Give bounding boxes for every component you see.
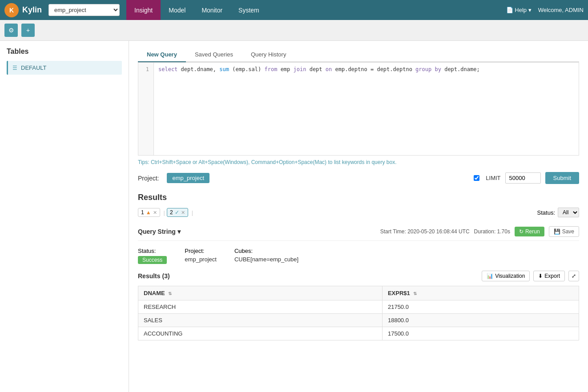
- sidebar-item-label: DEFAULT: [21, 64, 47, 71]
- sql-keyword-by: by: [435, 66, 441, 72]
- share-button[interactable]: ⚙: [4, 24, 18, 37]
- nav-monitor[interactable]: Monitor: [193, 0, 230, 20]
- project-group: Project: emp_project: [185, 248, 217, 264]
- cell-expr1: 18800.0: [382, 314, 579, 327]
- cell-dname: RESEARCH: [138, 300, 383, 314]
- result-tab-1-close[interactable]: ✕: [153, 210, 157, 216]
- help-link[interactable]: 📄 Help ▾: [506, 7, 532, 13]
- sql-text-4: dept: [310, 66, 326, 72]
- table-row: ACCOUNTING17500.0: [138, 327, 579, 340]
- results-action-buttons: 📊 Visualization ⬇ Export ⤢: [482, 271, 579, 281]
- nav-right: 📄 Help ▾ Welcome, ADMIN: [506, 7, 584, 13]
- sidebar: Tables ☰ DEFAULT: [0, 41, 129, 392]
- col-header-dname[interactable]: DNAME ⇅: [138, 286, 383, 300]
- expand-button[interactable]: ⤢: [568, 271, 579, 281]
- sql-keyword-select: select: [158, 66, 177, 72]
- sql-keyword-from: from: [264, 66, 277, 72]
- logo-area: K Kylin: [4, 3, 42, 17]
- table-icon: ☰: [12, 65, 17, 71]
- cubes-group: Cubes: CUBE[name=emp_cube]: [234, 248, 298, 264]
- sql-text-5: emp.deptno = dept.deptno: [335, 66, 415, 72]
- table-container: DNAME ⇅ EXPR$1 ⇅ RESEARCH21750.0SALES188…: [138, 286, 579, 340]
- tab-new-query[interactable]: New Query: [138, 48, 186, 62]
- sql-text-1: dept.dname,: [181, 66, 216, 72]
- limit-checkbox[interactable]: [474, 175, 479, 181]
- status-badge: Success: [138, 256, 167, 264]
- results-title: Results: [138, 193, 579, 202]
- result-tabs-row: 1 ▲ ✕ | 2 ✓ ✕ | Status: All: [138, 208, 579, 217]
- status-filter: Status: All: [537, 208, 579, 217]
- kylin-logo: K: [4, 3, 19, 17]
- sort-icon-dname: ⇅: [168, 291, 172, 296]
- project-field-label: Project:: [185, 248, 217, 254]
- app-title: Kylin: [22, 5, 42, 15]
- table-row: SALES18800.0: [138, 314, 579, 327]
- sql-text-3: emp: [281, 66, 294, 72]
- table-row: RESEARCH21750.0: [138, 300, 579, 314]
- line-number-1: 1: [143, 66, 149, 72]
- project-right: LIMIT Submit: [474, 172, 579, 184]
- result-info: Status: Success Project: emp_project Cub…: [138, 248, 579, 264]
- sidebar-title: Tables: [7, 48, 122, 56]
- save-button[interactable]: 💾 Save: [549, 226, 579, 237]
- warning-icon: ▲: [146, 209, 151, 216]
- status-select[interactable]: All: [558, 208, 579, 217]
- expand-icon: ⤢: [572, 273, 576, 279]
- query-tabs: New Query Saved Queries Query History: [138, 48, 579, 62]
- cubes-value: CUBE[name=emp_cube]: [234, 256, 298, 263]
- project-badge: emp_project: [167, 173, 209, 183]
- result-tab-1[interactable]: 1 ▲ ✕: [138, 208, 160, 217]
- sql-function-sum: sum: [219, 66, 229, 72]
- visualization-button[interactable]: 📊 Visualization: [482, 271, 530, 281]
- submit-button[interactable]: Submit: [545, 172, 579, 184]
- success-icon: ✓: [175, 209, 179, 216]
- refresh-icon: ↻: [519, 228, 524, 235]
- main-content: Tables ☰ DEFAULT New Query Saved Queries…: [0, 41, 588, 392]
- col-header-expr1[interactable]: EXPR$1 ⇅: [382, 286, 579, 300]
- results-count-label: Results (3): [138, 272, 170, 280]
- welcome-label: Welcome, ADMIN: [538, 7, 584, 13]
- status-field-label: Status:: [138, 248, 167, 254]
- nav-links: Insight Model Monitor System: [126, 0, 267, 20]
- cubes-label: Cubes:: [234, 248, 298, 254]
- results-count-row: Results (3) 📊 Visualization ⬇ Export ⤢: [138, 271, 579, 281]
- code-editor[interactable]: 1 select dept.dname, sum (emp.sal) from …: [138, 62, 579, 156]
- tab-divider-1: |: [164, 209, 165, 216]
- sql-text-7: dept.dname;: [444, 66, 479, 72]
- code-content[interactable]: select dept.dname, sum (emp.sal) from em…: [154, 63, 579, 155]
- cell-dname: ACCOUNTING: [138, 327, 383, 340]
- tab-saved-queries[interactable]: Saved Queries: [186, 48, 242, 62]
- nav-system[interactable]: System: [230, 0, 267, 20]
- sidebar-item-default[interactable]: ☰ DEFAULT: [7, 61, 122, 75]
- top-nav: K Kylin emp_project learn_kylin Insight …: [0, 0, 588, 20]
- query-string-label[interactable]: Query String ▾: [138, 228, 181, 235]
- add-button[interactable]: +: [21, 24, 35, 37]
- result-tab-2[interactable]: 2 ✓ ✕: [167, 208, 188, 217]
- query-string-right: Start Time: 2020-05-20 16:08:44 UTC Dura…: [380, 226, 579, 237]
- sql-keyword-join: join: [294, 66, 306, 72]
- tab-query-history[interactable]: Query History: [242, 48, 295, 62]
- line-numbers: 1: [138, 63, 154, 155]
- results-table: DNAME ⇅ EXPR$1 ⇅ RESEARCH21750.0SALES188…: [138, 286, 579, 340]
- chevron-down-icon: ▾: [177, 228, 181, 235]
- query-area: New Query Saved Queries Query History 1 …: [129, 41, 588, 392]
- rerun-button[interactable]: ↻ Rerun: [515, 227, 544, 236]
- cell-expr1: 17500.0: [382, 327, 579, 340]
- result-tab-1-label: 1: [141, 209, 144, 216]
- limit-input[interactable]: [505, 172, 541, 184]
- sql-keyword-group: group: [415, 66, 431, 72]
- project-field-value: emp_project: [185, 256, 217, 263]
- start-time: Start Time: 2020-05-20 16:08:44 UTC: [380, 228, 470, 235]
- project-select[interactable]: emp_project learn_kylin: [48, 4, 120, 16]
- chart-icon: 📊: [487, 273, 493, 279]
- project-row: Project: emp_project LIMIT Submit: [138, 172, 579, 184]
- tab-divider-2: |: [192, 209, 193, 216]
- result-tab-2-close[interactable]: ✕: [181, 210, 185, 216]
- export-button[interactable]: ⬇ Export: [533, 271, 565, 281]
- query-string-row: Query String ▾ Start Time: 2020-05-20 16…: [138, 223, 579, 241]
- nav-insight[interactable]: Insight: [126, 0, 161, 20]
- status-filter-label: Status:: [537, 209, 555, 216]
- save-icon: 💾: [554, 228, 560, 235]
- project-label: Project:: [138, 175, 159, 182]
- nav-model[interactable]: Model: [161, 0, 193, 20]
